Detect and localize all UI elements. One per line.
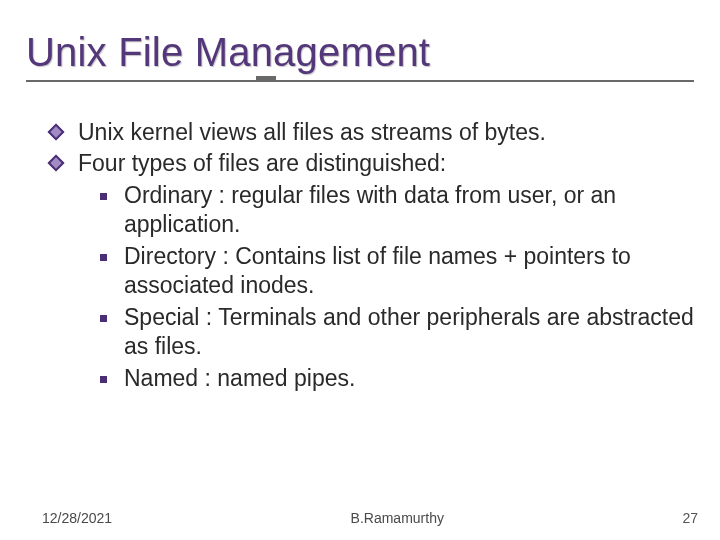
diamond-bullet-icon	[48, 155, 65, 172]
sub-bullet-list: Ordinary : regular files with data from …	[100, 181, 696, 393]
bullet-level1: Unix kernel views all files as streams o…	[78, 118, 696, 147]
square-bullet-icon	[100, 315, 107, 322]
bullet-level2: Named : named pipes.	[100, 364, 696, 393]
underline-accent	[256, 76, 276, 82]
bullet-text: Unix kernel views all files as streams o…	[78, 119, 546, 145]
slide-body: Unix kernel views all files as streams o…	[0, 82, 720, 393]
footer-author: B.Ramamurthy	[351, 510, 444, 526]
bullet-text: Directory : Contains list of file names …	[124, 243, 631, 298]
slide: { "title": "Unix File Management", "poin…	[0, 0, 720, 540]
slide-footer: 12/28/2021 B.Ramamurthy 27	[0, 510, 720, 526]
bullet-text: Four types of files are distinguished:	[78, 150, 446, 176]
bullet-level1: Four types of files are distinguished:	[78, 149, 696, 178]
title-underline	[26, 80, 694, 82]
bullet-text: Ordinary : regular files with data from …	[124, 182, 616, 237]
square-bullet-icon	[100, 193, 107, 200]
bullet-level2: Directory : Contains list of file names …	[100, 242, 696, 301]
footer-page-number: 27	[682, 510, 698, 526]
bullet-text: Named : named pipes.	[124, 365, 355, 391]
slide-title: Unix File Management	[26, 30, 720, 74]
bullet-level2: Ordinary : regular files with data from …	[100, 181, 696, 240]
square-bullet-icon	[100, 254, 107, 261]
square-bullet-icon	[100, 376, 107, 383]
bullet-text: Special : Terminals and other peripheral…	[124, 304, 694, 359]
footer-date: 12/28/2021	[42, 510, 112, 526]
title-area: Unix File Management	[0, 0, 720, 82]
bullet-level2: Special : Terminals and other peripheral…	[100, 303, 696, 362]
diamond-bullet-icon	[48, 124, 65, 141]
